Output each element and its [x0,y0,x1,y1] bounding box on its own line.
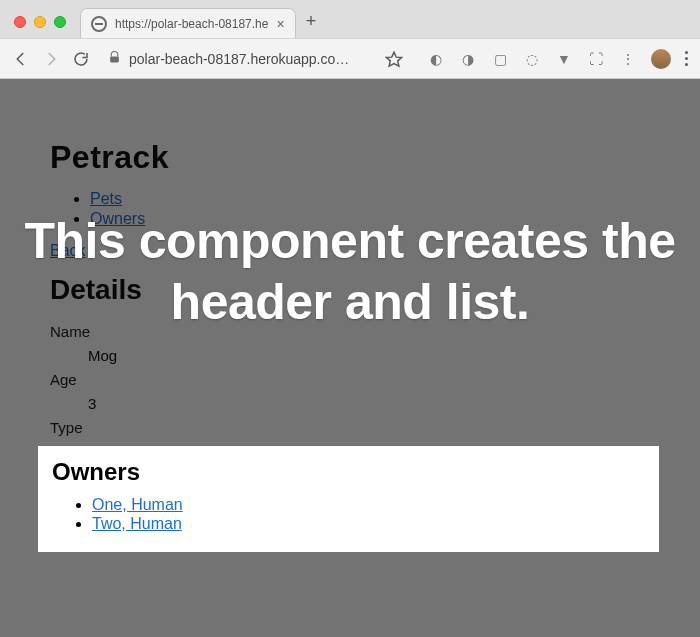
page-viewport: Petrack Pets Owners Back Details Name Mo… [0,79,700,637]
minimize-window-button[interactable] [34,16,46,28]
list-item: Pets [90,190,650,208]
back-link[interactable]: Back [50,242,86,260]
browser-chrome: https://polar-beach-08187.he × + polar-b… [0,0,700,79]
back-button[interactable] [12,50,30,68]
url-text: polar-beach-08187.herokuapp.co… [129,51,349,67]
extension-icon[interactable]: ⋮ [619,50,637,68]
detail-label-type: Type [50,416,650,440]
owners-component: Owners One, Human Two, Human [38,446,659,552]
extension-icon[interactable]: ▼ [555,50,573,68]
extension-icon[interactable]: ▢ [491,50,509,68]
globe-icon [91,16,107,32]
svg-marker-1 [387,52,402,66]
detail-value-age: 3 [50,392,650,416]
tab-title: https://polar-beach-08187.he [115,17,268,31]
list-item: One, Human [92,496,645,514]
details-list: Name Mog Age 3 Type Cat [50,320,650,464]
extension-icon[interactable]: ◌ [523,50,541,68]
detail-label-age: Age [50,368,650,392]
owners-list: One, Human Two, Human [52,496,645,533]
close-window-button[interactable] [14,16,26,28]
owners-heading: Owners [52,458,645,486]
page-content: Petrack Pets Owners Back Details Name Mo… [0,79,700,484]
owner-link[interactable]: One, Human [92,496,183,513]
list-item: Owners [90,210,650,228]
owner-link[interactable]: Two, Human [92,515,182,532]
address-bar[interactable]: polar-beach-08187.herokuapp.co… [102,47,373,71]
extensions-area: ◐ ◑ ▢ ◌ ▼ ⛶ ⋮ [427,49,688,69]
list-item: Two, Human [92,515,645,533]
extension-icon[interactable]: ◐ [427,50,445,68]
close-tab-icon[interactable]: × [276,17,284,31]
browser-toolbar: polar-beach-08187.herokuapp.co… ◐ ◑ ▢ ◌ … [0,38,700,78]
nav-list: Pets Owners [50,190,650,228]
profile-avatar[interactable] [651,49,671,69]
nav-link-pets[interactable]: Pets [90,190,122,207]
nav-link-owners[interactable]: Owners [90,210,145,227]
detail-value-name: Mog [50,344,650,368]
detail-label-name: Name [50,320,650,344]
star-icon[interactable] [385,50,403,68]
window-controls [14,16,66,28]
new-tab-button[interactable]: + [306,11,317,32]
extension-icon[interactable]: ⛶ [587,50,605,68]
lock-icon [108,51,121,67]
extension-icon[interactable]: ◑ [459,50,477,68]
forward-button[interactable] [42,50,60,68]
reload-button[interactable] [72,50,90,68]
maximize-window-button[interactable] [54,16,66,28]
svg-rect-0 [110,56,119,62]
tab-strip: https://polar-beach-08187.he × + [0,0,700,38]
browser-menu-button[interactable] [685,51,688,66]
details-heading: Details [50,274,650,306]
app-title: Petrack [50,139,650,176]
browser-tab[interactable]: https://polar-beach-08187.he × [80,8,296,38]
